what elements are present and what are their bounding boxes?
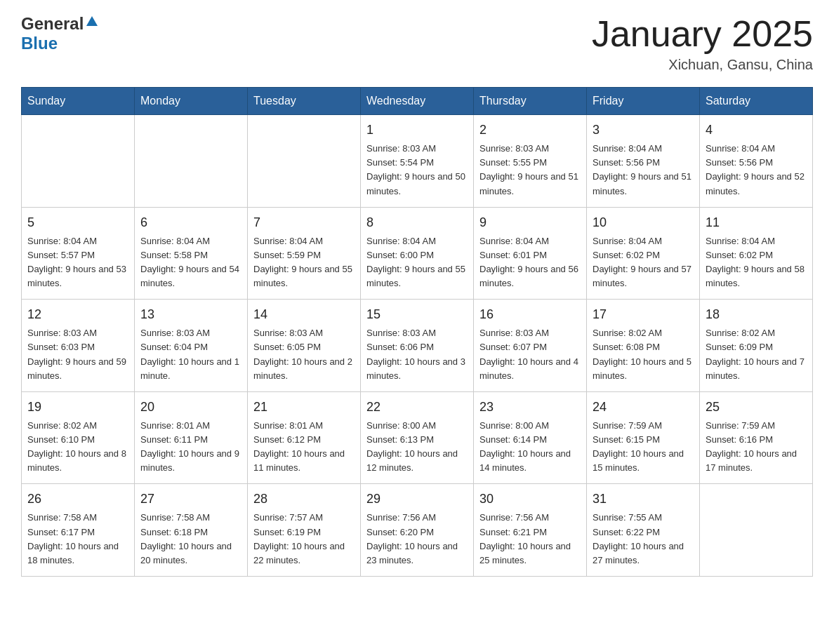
day-cell — [248, 115, 361, 208]
day-info: Sunrise: 7:55 AM Sunset: 6:22 PM Dayligh… — [593, 512, 684, 565]
day-info: Sunrise: 8:02 AM Sunset: 6:08 PM Dayligh… — [593, 328, 691, 380]
day-number: 20 — [140, 398, 241, 417]
month-year-title: January 2025 — [592, 14, 813, 54]
day-cell — [22, 115, 135, 208]
day-number: 8 — [366, 213, 468, 232]
day-info: Sunrise: 8:02 AM Sunset: 6:10 PM Dayligh… — [27, 420, 126, 473]
day-number: 19 — [27, 398, 128, 417]
week-row-1: 5Sunrise: 8:04 AM Sunset: 5:57 PM Daylig… — [22, 207, 813, 300]
day-number: 5 — [27, 213, 128, 232]
day-info: Sunrise: 8:03 AM Sunset: 5:54 PM Dayligh… — [366, 143, 465, 196]
day-info: Sunrise: 8:03 AM Sunset: 6:03 PM Dayligh… — [27, 328, 126, 380]
day-cell: 1Sunrise: 8:03 AM Sunset: 5:54 PM Daylig… — [361, 115, 474, 208]
day-cell: 29Sunrise: 7:56 AM Sunset: 6:20 PM Dayli… — [361, 484, 474, 577]
day-number: 6 — [140, 213, 241, 232]
day-cell: 19Sunrise: 8:02 AM Sunset: 6:10 PM Dayli… — [22, 391, 135, 484]
day-info: Sunrise: 7:57 AM Sunset: 6:19 PM Dayligh… — [253, 512, 345, 565]
day-cell: 16Sunrise: 8:03 AM Sunset: 6:07 PM Dayli… — [474, 300, 587, 392]
day-info: Sunrise: 7:56 AM Sunset: 6:20 PM Dayligh… — [366, 512, 458, 565]
day-cell: 2Sunrise: 8:03 AM Sunset: 5:55 PM Daylig… — [474, 115, 587, 208]
day-cell: 11Sunrise: 8:04 AM Sunset: 6:02 PM Dayli… — [700, 207, 813, 300]
calendar-table: SundayMondayTuesdayWednesdayThursdayFrid… — [21, 87, 813, 577]
day-cell: 13Sunrise: 8:03 AM Sunset: 6:04 PM Dayli… — [135, 300, 248, 392]
day-info: Sunrise: 8:04 AM Sunset: 6:02 PM Dayligh… — [706, 236, 805, 288]
day-cell: 14Sunrise: 8:03 AM Sunset: 6:05 PM Dayli… — [248, 300, 361, 392]
day-info: Sunrise: 8:03 AM Sunset: 6:04 PM Dayligh… — [140, 328, 239, 380]
day-number: 4 — [706, 121, 807, 140]
day-cell: 15Sunrise: 8:03 AM Sunset: 6:06 PM Dayli… — [361, 300, 474, 392]
day-number: 15 — [366, 305, 468, 324]
day-cell: 4Sunrise: 8:04 AM Sunset: 5:56 PM Daylig… — [700, 115, 813, 208]
day-cell: 5Sunrise: 8:04 AM Sunset: 5:57 PM Daylig… — [22, 207, 135, 300]
day-number: 29 — [366, 490, 468, 509]
day-cell: 20Sunrise: 8:01 AM Sunset: 6:11 PM Dayli… — [135, 391, 248, 484]
day-cell: 23Sunrise: 8:00 AM Sunset: 6:14 PM Dayli… — [474, 391, 587, 484]
day-info: Sunrise: 8:04 AM Sunset: 5:57 PM Dayligh… — [27, 236, 126, 288]
day-number: 28 — [253, 490, 355, 509]
day-info: Sunrise: 8:00 AM Sunset: 6:13 PM Dayligh… — [366, 420, 458, 473]
day-info: Sunrise: 7:58 AM Sunset: 6:17 PM Dayligh… — [27, 512, 119, 565]
day-number: 16 — [479, 305, 581, 324]
location-subtitle: Xichuan, Gansu, China — [592, 57, 813, 73]
header-cell-tuesday: Tuesday — [248, 88, 361, 115]
day-number: 9 — [479, 213, 581, 232]
day-number: 27 — [140, 490, 241, 509]
day-info: Sunrise: 8:04 AM Sunset: 5:58 PM Dayligh… — [140, 236, 239, 288]
day-number: 26 — [27, 490, 128, 509]
day-number: 12 — [27, 305, 128, 324]
day-cell — [135, 115, 248, 208]
calendar-body: 1Sunrise: 8:03 AM Sunset: 5:54 PM Daylig… — [22, 115, 813, 577]
day-number: 21 — [253, 398, 355, 417]
day-cell: 18Sunrise: 8:02 AM Sunset: 6:09 PM Dayli… — [700, 300, 813, 392]
day-number: 14 — [253, 305, 355, 324]
day-info: Sunrise: 7:59 AM Sunset: 6:16 PM Dayligh… — [706, 420, 797, 473]
day-cell: 12Sunrise: 8:03 AM Sunset: 6:03 PM Dayli… — [22, 300, 135, 392]
day-info: Sunrise: 8:04 AM Sunset: 5:56 PM Dayligh… — [706, 143, 805, 196]
header-cell-monday: Monday — [135, 88, 248, 115]
day-number: 25 — [706, 398, 807, 417]
day-info: Sunrise: 8:03 AM Sunset: 6:06 PM Dayligh… — [366, 328, 465, 380]
page-header: General Blue January 2025 Xichuan, Gansu… — [21, 14, 813, 73]
day-cell: 31Sunrise: 7:55 AM Sunset: 6:22 PM Dayli… — [587, 484, 700, 577]
week-row-4: 26Sunrise: 7:58 AM Sunset: 6:17 PM Dayli… — [22, 484, 813, 577]
week-row-0: 1Sunrise: 8:03 AM Sunset: 5:54 PM Daylig… — [22, 115, 813, 208]
day-number: 2 — [479, 121, 581, 140]
day-cell: 7Sunrise: 8:04 AM Sunset: 5:59 PM Daylig… — [248, 207, 361, 300]
svg-marker-0 — [86, 16, 98, 26]
day-info: Sunrise: 7:56 AM Sunset: 6:21 PM Dayligh… — [479, 512, 571, 565]
day-info: Sunrise: 8:03 AM Sunset: 6:07 PM Dayligh… — [479, 328, 578, 380]
day-number: 18 — [706, 305, 807, 324]
day-number: 23 — [479, 398, 581, 417]
day-cell: 25Sunrise: 7:59 AM Sunset: 6:16 PM Dayli… — [700, 391, 813, 484]
day-cell: 22Sunrise: 8:00 AM Sunset: 6:13 PM Dayli… — [361, 391, 474, 484]
day-info: Sunrise: 8:04 AM Sunset: 6:01 PM Dayligh… — [479, 236, 578, 288]
day-info: Sunrise: 8:01 AM Sunset: 6:12 PM Dayligh… — [253, 420, 345, 473]
day-info: Sunrise: 7:59 AM Sunset: 6:15 PM Dayligh… — [593, 420, 684, 473]
day-number: 30 — [479, 490, 581, 509]
logo-blue-text: Blue — [21, 34, 58, 53]
logo-general-text: General — [21, 14, 84, 34]
day-info: Sunrise: 8:00 AM Sunset: 6:14 PM Dayligh… — [479, 420, 571, 473]
day-info: Sunrise: 7:58 AM Sunset: 6:18 PM Dayligh… — [140, 512, 232, 565]
day-number: 3 — [593, 121, 694, 140]
day-info: Sunrise: 8:04 AM Sunset: 5:56 PM Dayligh… — [593, 143, 691, 196]
day-number: 11 — [706, 213, 807, 232]
header-cell-friday: Friday — [587, 88, 700, 115]
day-info: Sunrise: 8:02 AM Sunset: 6:09 PM Dayligh… — [706, 328, 805, 380]
title-block: January 2025 Xichuan, Gansu, China — [592, 14, 813, 73]
day-cell: 3Sunrise: 8:04 AM Sunset: 5:56 PM Daylig… — [587, 115, 700, 208]
day-info: Sunrise: 8:04 AM Sunset: 5:59 PM Dayligh… — [253, 236, 352, 288]
day-cell: 21Sunrise: 8:01 AM Sunset: 6:12 PM Dayli… — [248, 391, 361, 484]
day-cell — [700, 484, 813, 577]
day-info: Sunrise: 8:03 AM Sunset: 5:55 PM Dayligh… — [479, 143, 578, 196]
day-number: 10 — [593, 213, 694, 232]
day-number: 24 — [593, 398, 694, 417]
day-number: 31 — [593, 490, 694, 509]
day-cell: 6Sunrise: 8:04 AM Sunset: 5:58 PM Daylig… — [135, 207, 248, 300]
day-cell: 28Sunrise: 7:57 AM Sunset: 6:19 PM Dayli… — [248, 484, 361, 577]
day-number: 1 — [366, 121, 468, 140]
day-info: Sunrise: 8:04 AM Sunset: 6:02 PM Dayligh… — [593, 236, 691, 288]
header-cell-thursday: Thursday — [474, 88, 587, 115]
day-number: 17 — [593, 305, 694, 324]
header-cell-sunday: Sunday — [22, 88, 135, 115]
